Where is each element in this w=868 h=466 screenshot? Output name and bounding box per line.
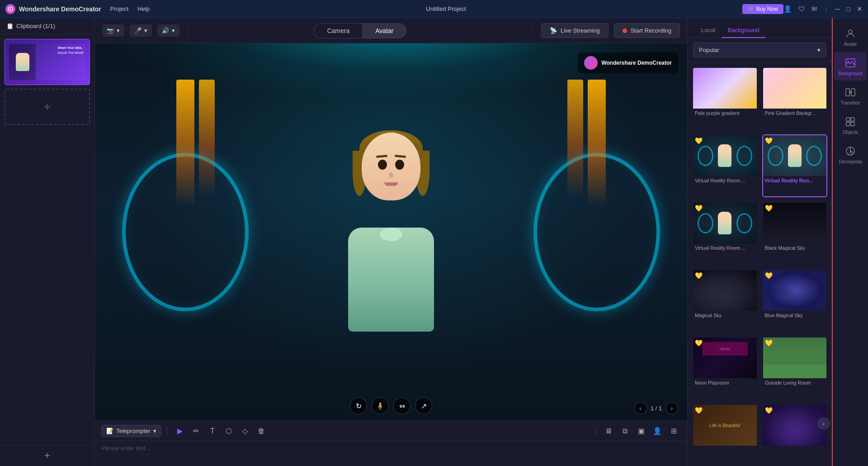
background-grid: Pale purple gradient Pink Gradient Backg… xyxy=(688,62,832,466)
avatar-mouth xyxy=(384,182,398,186)
bg-label: Virtual Reality Room ... xyxy=(693,176,757,185)
delete-tool[interactable]: 🗑 xyxy=(254,424,269,438)
camera-settings-button[interactable]: 📷 ▾ xyxy=(102,24,124,37)
teleprompter-text-area[interactable]: Please enter text... xyxy=(95,441,687,466)
filter-dropdown[interactable]: Popular ▾ xyxy=(693,43,826,57)
bg-thumbnail: 💛 xyxy=(763,270,827,311)
user-icon[interactable]: 👤 xyxy=(783,5,792,13)
bg-item-magical-sky[interactable]: 💛 Magical Sky xyxy=(692,269,758,332)
bg-thumbnail: 💛 xyxy=(763,405,827,446)
premium-icon: 💛 xyxy=(765,339,773,347)
add-scene-button[interactable]: + xyxy=(0,445,94,466)
bg-preview xyxy=(693,203,757,243)
maximize-button[interactable]: □ xyxy=(846,5,850,13)
bg-item-outside-living[interactable]: 💛 Outside Living Room xyxy=(762,337,828,399)
watermark-logo-icon xyxy=(584,56,598,70)
volume-settings-button[interactable]: 🔊 ▾ xyxy=(157,24,179,37)
rotate-control[interactable]: ↻ xyxy=(350,397,367,414)
bg-item-black-sky[interactable]: 💛 Black Magical Sky xyxy=(762,202,828,265)
crop-tool[interactable]: ◇ xyxy=(238,424,252,438)
camera-dropdown-arrow: ▾ xyxy=(117,27,120,34)
bg-item-vr1[interactable]: 💛 Virtual Reality Room ... xyxy=(692,134,758,197)
bg-item-vr3[interactable]: 💛 Virtual Reality Room ... xyxy=(692,202,758,265)
start-recording-button[interactable]: Start Recording xyxy=(614,23,680,38)
sidebar-item-demopedia[interactable]: Demopedia xyxy=(834,140,867,169)
light-column-left-1 xyxy=(176,80,194,206)
sidebar-item-avatar[interactable]: Avatar xyxy=(834,23,867,51)
video-controls: ↻ 🧍 ⇔ ↗ xyxy=(350,397,432,414)
screen-view-button[interactable]: 🖥 xyxy=(601,424,616,438)
clip-thumb-inner: Share Your Idea, Dazzle The World! xyxy=(5,39,90,85)
project-title: Untitled Project xyxy=(150,5,742,12)
bg-item-pale-purple[interactable]: Pale purple gradient xyxy=(692,67,758,130)
minimize-button[interactable]: ─ xyxy=(835,5,840,13)
sidebar-right: Local Background Popular ▾ Pale purple g… xyxy=(687,18,832,466)
arrow-control[interactable]: ↗ xyxy=(415,397,432,414)
pose-control[interactable]: 🧍 xyxy=(372,397,389,414)
mic-settings-button[interactable]: 🎤 ▾ xyxy=(130,24,152,37)
avatar-body xyxy=(332,133,450,332)
clips-container: 1 Share Your Idea, Dazzle The World! xyxy=(0,34,94,445)
menu-project[interactable]: Project xyxy=(110,5,128,12)
volume-icon: 🔊 xyxy=(162,27,169,34)
bg-thumbnail: 💛 xyxy=(763,135,827,176)
center-area: 📷 ▾ 🎤 ▾ 🔊 ▾ Camera Avatar 📡 Live Streami… xyxy=(95,18,687,466)
live-streaming-button[interactable]: 📡 Live Streaming xyxy=(541,23,609,38)
next-page-button[interactable]: › xyxy=(665,402,678,414)
bg-item-blue-magical[interactable]: 💛 Blue Magical Sky xyxy=(762,269,828,332)
titlebar: Wondershare DemoCreator Project Help Unt… xyxy=(0,0,868,18)
sidebar-item-transition[interactable]: Transition xyxy=(834,81,867,110)
prev-page-button[interactable]: ‹ xyxy=(634,402,647,414)
bg-item-vr2[interactable]: 💛 Virtual Reality Roo... xyxy=(762,134,828,197)
background-label: Background xyxy=(838,71,862,76)
avatar-mode-button[interactable]: Avatar xyxy=(362,23,406,38)
premium-icon: 💛 xyxy=(695,137,703,144)
camera-mode-button[interactable]: Camera xyxy=(314,23,362,38)
clipboard-icon: 📋 xyxy=(6,23,14,29)
select-tool[interactable]: ▶ xyxy=(173,424,187,438)
objects-icon xyxy=(844,115,857,128)
tab-local[interactable]: Local xyxy=(695,23,722,38)
pen-tool[interactable]: ✏ xyxy=(189,424,203,438)
premium-icon: 💛 xyxy=(695,407,703,414)
premium-icon: 💛 xyxy=(765,137,773,144)
avatar-view-button[interactable]: 👤 xyxy=(650,424,665,438)
scroll-down-arrow[interactable]: › xyxy=(817,417,830,430)
shape-tool[interactable]: ⬡ xyxy=(222,424,236,438)
resize-control[interactable]: ⇔ xyxy=(393,397,410,414)
teleprompter-button[interactable]: 📝 Teleprompter ▾ xyxy=(101,425,161,437)
premium-icon: 💛 xyxy=(695,272,703,279)
premium-icon: 💛 xyxy=(695,339,703,347)
text-tool[interactable]: T xyxy=(205,424,220,438)
mail-icon[interactable]: ✉ xyxy=(811,5,817,13)
buy-now-button[interactable]: 🛒 Buy Now xyxy=(742,4,783,14)
mic-icon: 🎤 xyxy=(134,27,142,34)
sidebar-item-background[interactable]: Background xyxy=(834,52,867,81)
sidebar-item-objects[interactable]: Objects xyxy=(834,111,867,139)
grid-view-button[interactable]: ⊞ xyxy=(666,424,681,438)
avatar-eye-right xyxy=(395,160,404,170)
avatar-nose xyxy=(389,172,393,178)
layout-view-button[interactable]: ▣ xyxy=(634,424,648,438)
clipboard-title: Clipboard (1/1) xyxy=(16,23,55,29)
clip-item[interactable]: 1 Share Your Idea, Dazzle The World! xyxy=(5,39,90,85)
add-clip-button[interactable]: + xyxy=(5,89,90,125)
shield-icon[interactable]: 🛡 xyxy=(798,5,805,13)
bg-item-pink-gradient[interactable]: Pink Gradient Backgr... xyxy=(762,67,828,130)
pip-view-button[interactable]: ⧉ xyxy=(618,424,632,438)
mini-figure xyxy=(718,144,731,167)
tab-background[interactable]: Background xyxy=(722,23,765,38)
bg-item-life-beautiful[interactable]: 💛 Life is Beautiful xyxy=(692,404,758,461)
bg-item-dark-purple[interactable]: 💛 xyxy=(762,404,828,461)
avatar-head xyxy=(362,133,420,200)
main-area: 📋 Clipboard (1/1) 1 Share Your Idea, xyxy=(0,18,868,466)
bg-label xyxy=(693,446,757,449)
svg-rect-6 xyxy=(846,118,850,121)
premium-icon: 💛 xyxy=(765,204,773,212)
menu-help[interactable]: Help xyxy=(137,5,150,12)
avatar-collar xyxy=(380,228,402,241)
light-column-left-2 xyxy=(199,80,215,197)
bg-item-neon-playroom[interactable]: 💛 NEON Neon Playroom xyxy=(692,337,758,399)
mini-portal-right xyxy=(736,213,752,233)
close-button[interactable]: ✕ xyxy=(857,5,863,13)
